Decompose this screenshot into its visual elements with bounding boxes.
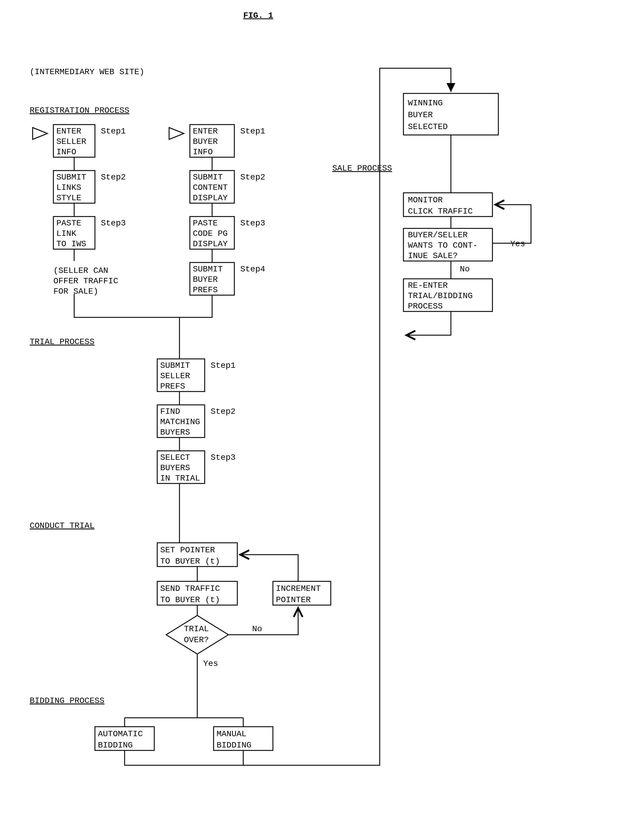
buyer-s4-label: Step4 xyxy=(240,265,265,274)
decision-trial-over xyxy=(166,616,229,654)
trial-s1-label: Step1 xyxy=(211,361,235,370)
trial-b2-l3: BUYERS xyxy=(160,428,190,437)
trial-s2-label: Step2 xyxy=(211,407,235,416)
header-sale: SALE PROCESS xyxy=(332,164,392,173)
trial-b1-l2: SELLER xyxy=(160,371,190,381)
mon-l2: CLICK TRAFFIC xyxy=(408,207,473,216)
send-l1: SEND TRAFFIC xyxy=(160,584,220,593)
cont-l1: BUYER/SELLER xyxy=(408,231,468,240)
entry-marker-seller xyxy=(33,128,47,139)
buyer-b4-l1: SUBMIT xyxy=(193,265,223,274)
win-l1: WINNING xyxy=(408,98,443,108)
win-l3: SELECTED xyxy=(408,122,448,131)
seller-s1-label: Step1 xyxy=(101,127,126,136)
win-l2: BUYER xyxy=(408,111,433,120)
buyer-b3-l2: CODE PG xyxy=(193,229,228,238)
seller-b1-l3: INFO xyxy=(56,147,76,156)
re-l2: TRIAL/BIDDING xyxy=(408,291,473,300)
seller-b2-l3: STYLE xyxy=(56,193,81,202)
seller-s3-label: Step3 xyxy=(101,219,126,228)
trial-b3-l3: IN TRIAL xyxy=(160,474,200,483)
seller-b3-l3: TO IWS xyxy=(56,239,86,249)
mon-l1: MONITOR xyxy=(408,196,443,205)
dec-l1: TRIAL xyxy=(184,624,209,633)
seller-b3-l1: PASTE xyxy=(56,219,81,228)
buyer-b1-l1: ENTER xyxy=(193,127,218,136)
seller-note-l1: (SELLER CAN xyxy=(54,266,108,275)
site-label: (INTERMEDIARY WEB SITE) xyxy=(30,67,144,77)
dec-no: No xyxy=(252,624,262,633)
buyer-s1-label: Step1 xyxy=(240,127,265,136)
trial-b2-l2: MATCHING xyxy=(160,417,200,426)
trial-b3-l2: BUYERS xyxy=(160,463,190,472)
re-l1: RE-ENTER xyxy=(408,281,448,290)
figure-title: FIG. 1 xyxy=(243,11,273,20)
trial-b2-l1: FIND xyxy=(160,407,180,416)
buyer-s2-label: Step2 xyxy=(240,173,265,182)
set-l1: SET POINTER xyxy=(160,545,215,555)
header-registration: REGISTRATION PROCESS xyxy=(30,106,129,115)
re-l3: PROCESS xyxy=(408,302,443,311)
buyer-s3-label: Step3 xyxy=(240,219,265,228)
entry-marker-buyer xyxy=(169,128,184,139)
buyer-b1-l3: INFO xyxy=(193,147,213,156)
cont-l2: WANTS TO CONT- xyxy=(408,241,478,250)
buyer-b4-l3: PREFS xyxy=(193,285,218,295)
header-trial: TRIAL PROCESS xyxy=(30,337,94,346)
seller-s2-label: Step2 xyxy=(101,173,126,182)
buyer-b3-l3: DISPLAY xyxy=(193,239,228,249)
dec-yes: Yes xyxy=(203,659,218,668)
buyer-b3-l1: PASTE xyxy=(193,219,218,228)
header-bidding: BIDDING PROCESS xyxy=(30,696,104,705)
buyer-b2-l1: SUBMIT xyxy=(193,173,223,182)
inc-l2: POINTER xyxy=(276,595,311,605)
header-conduct: CONDUCT TRIAL xyxy=(30,521,94,531)
buyer-b2-l2: CONTENT xyxy=(193,183,228,192)
auto-l1: AUTOMATIC xyxy=(98,729,143,739)
man-l2: BIDDING xyxy=(216,741,252,750)
set-l2: TO BUYER (t) xyxy=(160,557,220,566)
trial-b1-l3: PREFS xyxy=(160,382,185,391)
cont-l3: INUE SALE? xyxy=(408,251,458,261)
seller-b3-l2: LINK xyxy=(56,229,76,238)
seller-note-l3: FOR SALE) xyxy=(54,287,98,296)
seller-note-l2: OFFER TRAFFIC xyxy=(54,276,118,286)
auto-l2: BIDDING xyxy=(98,741,133,750)
cont-yes: Yes xyxy=(510,239,525,249)
cont-no: No xyxy=(460,265,470,274)
seller-b2-l2: LINKS xyxy=(56,183,81,192)
seller-b2-l1: SUBMIT xyxy=(56,173,86,182)
trial-b1-l1: SUBMIT xyxy=(160,361,190,370)
inc-l1: INCREMENT xyxy=(276,584,321,593)
dec-l2: OVER? xyxy=(184,635,209,644)
buyer-b4-l2: BUYER xyxy=(193,275,218,284)
trial-s3-label: Step3 xyxy=(211,453,235,462)
trial-b3-l1: SELECT xyxy=(160,453,190,462)
buyer-b1-l2: BUYER xyxy=(193,137,218,146)
seller-b1-l2: SELLER xyxy=(56,137,86,146)
buyer-b2-l3: DISPLAY xyxy=(193,193,228,202)
seller-b1-l1: ENTER xyxy=(56,127,81,136)
send-l2: TO BUYER (t) xyxy=(160,595,220,605)
man-l1: MANUAL xyxy=(216,729,246,739)
